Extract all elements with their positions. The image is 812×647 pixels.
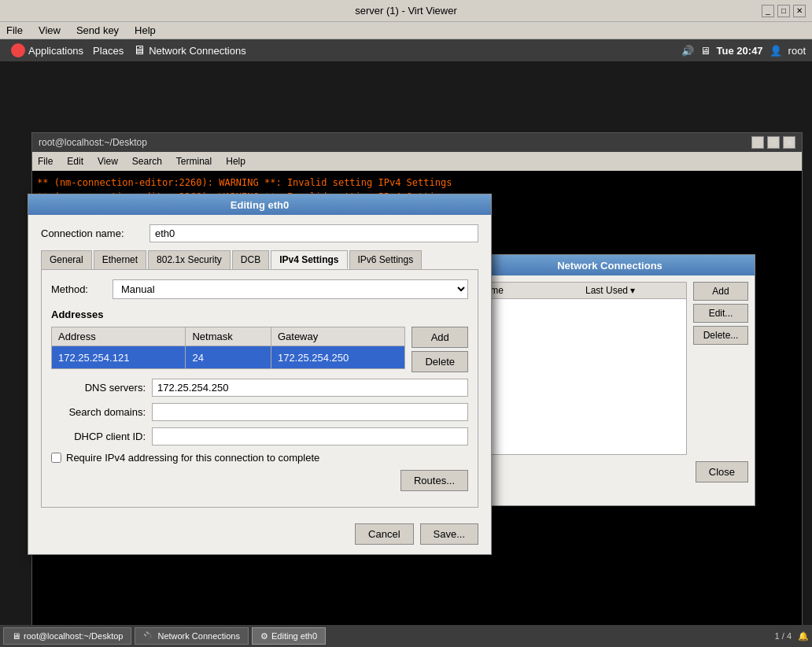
dhcp-label: DHCP client ID: (51, 431, 146, 442)
menu-file[interactable]: File (3, 23, 26, 38)
net-add-button[interactable]: Add (693, 282, 748, 301)
dns-input[interactable] (152, 379, 468, 397)
terminal-maximize[interactable]: □ (767, 136, 780, 149)
network-taskbar-icon: 🔌 (143, 631, 154, 641)
volume-icon[interactable]: 🔊 (681, 45, 694, 57)
app-icon (11, 43, 25, 57)
net-dialog-bottom: Close (471, 461, 748, 482)
terminal-menubar: File Edit View Search Terminal Help (32, 152, 802, 171)
terminal-menu-search[interactable]: Search (130, 155, 164, 168)
network-connections-button[interactable]: 🖥 Network Connections (128, 42, 251, 59)
net-close-button[interactable]: Close (696, 461, 748, 482)
edit-dialog-body: Connection name: General Ethernet 802.1x… (28, 215, 491, 517)
display-icon[interactable]: 🖥 (700, 45, 710, 57)
user-icon: 👤 (770, 45, 782, 57)
require-ipv4-checkbox[interactable] (51, 453, 61, 463)
addr-netmask: 24 (186, 346, 271, 369)
net-edit-button[interactable]: Edit... (693, 304, 748, 323)
dhcp-row: DHCP client ID: (51, 427, 468, 446)
terminal-menu-help[interactable]: Help (223, 155, 248, 168)
terminal-menu-edit[interactable]: Edit (65, 155, 86, 168)
menu-view[interactable]: View (35, 23, 64, 38)
addr-buttons: Add Delete (412, 327, 468, 372)
menu-help[interactable]: Help (131, 23, 159, 38)
terminal-menu-file[interactable]: File (35, 155, 55, 168)
tab-ipv4[interactable]: IPv4 Settings (271, 250, 347, 269)
virt-menubar: File View Send key Help (0, 22, 812, 39)
tab-content: Method: Manual Automatic (DHCP) Link-Loc… (41, 269, 478, 508)
places-label: Places (93, 45, 124, 57)
add-addr-button[interactable]: Add (412, 327, 468, 348)
search-domains-row: Search domains: (51, 403, 468, 421)
page-info: 1 / 4 (775, 631, 792, 641)
username: root (788, 45, 806, 57)
terminal-background: root@localhost:~/Desktop _ □ ✕ File Edit… (0, 61, 812, 647)
method-label: Method: (51, 283, 106, 295)
routes-button[interactable]: Routes... (400, 470, 468, 491)
notification-icon: 🔔 (798, 631, 809, 641)
applications-button[interactable]: Applications (6, 42, 88, 59)
minimize-button[interactable]: _ (762, 5, 774, 17)
tab-ethernet[interactable]: Ethernet (94, 250, 146, 269)
taskbar-netconn[interactable]: 🔌 Network Connections (135, 627, 249, 645)
addr-row-container: Address Netmask Gateway 172.25.254.121 2… (51, 327, 468, 372)
edit-taskbar-icon: ⚙ (260, 631, 268, 641)
conn-name-label: Connection name: (41, 227, 143, 239)
checkbox-row: Require IPv4 addressing for this connect… (51, 452, 468, 464)
col-gateway: Gateway (271, 327, 405, 346)
terminal-minimize[interactable]: _ (751, 136, 764, 149)
search-domains-input[interactable] (152, 403, 468, 421)
terminal-taskbar-icon: 🖥 (12, 631, 20, 641)
menu-sendkey[interactable]: Send key (73, 23, 122, 38)
virt-title: server (1) - Virt Viewer (355, 5, 457, 17)
net-col-last-used: Last Used ▾ (579, 283, 686, 298)
terminal-close[interactable]: ✕ (783, 136, 795, 149)
net-connections-list[interactable]: Name Last Used ▾ (471, 282, 687, 455)
net-connections-titlebar: Network Connections (465, 255, 755, 275)
virt-titlebar: server (1) - Virt Viewer _ □ ✕ (0, 0, 812, 22)
taskbar: 🖥 root@localhost:~/Desktop 🔌 Network Con… (0, 625, 812, 647)
taskbar-netconn-label: Network Connections (157, 631, 240, 641)
gnome-panel: Applications Places 🖥 Network Connection… (0, 39, 812, 61)
taskbar-right: 1 / 4 🔔 (775, 631, 809, 641)
taskbar-editing-label: Editing eth0 (271, 631, 317, 641)
network-connections-dialog: Network Connections Name Last Used ▾ Add… (464, 254, 755, 506)
terminal-menu-terminal[interactable]: Terminal (174, 155, 214, 168)
save-button[interactable]: Save... (420, 523, 478, 545)
net-dialog-cols: Name Last Used ▾ Add Edit... Delete... (471, 282, 748, 455)
conn-name-input[interactable] (149, 224, 478, 242)
method-select[interactable]: Manual Automatic (DHCP) Link-Local Only … (113, 279, 468, 299)
taskbar-terminal[interactable]: 🖥 root@localhost:~/Desktop (3, 627, 131, 645)
close-button[interactable]: ✕ (793, 5, 806, 17)
applications-label: Applications (28, 45, 83, 57)
tab-8021x[interactable]: 802.1x Security (148, 250, 231, 269)
cancel-button[interactable]: Cancel (355, 523, 413, 545)
net-list-header: Name Last Used ▾ (472, 283, 686, 299)
tab-general[interactable]: General (41, 250, 92, 269)
tab-dcb[interactable]: DCB (232, 250, 269, 269)
require-ipv4-label: Require IPv4 addressing for this connect… (66, 452, 319, 464)
clock: Tue 20:47 (717, 45, 763, 57)
routes-row: Routes... (51, 470, 468, 491)
terminal-titlebar: root@localhost:~/Desktop _ □ ✕ (32, 133, 802, 152)
taskbar-editing[interactable]: ⚙ Editing eth0 (252, 627, 326, 645)
places-button[interactable]: Places (88, 43, 128, 58)
edit-titlebar: Editing eth0 (28, 194, 491, 215)
addresses-table: Address Netmask Gateway 172.25.254.121 2… (51, 327, 405, 369)
dhcp-input[interactable] (152, 427, 468, 446)
delete-addr-button[interactable]: Delete (412, 351, 468, 372)
network-connections-label: Network Connections (149, 45, 246, 57)
conn-name-row: Connection name: (41, 224, 478, 242)
terminal-menu-view[interactable]: View (95, 155, 120, 168)
taskbar-terminal-label: root@localhost:~/Desktop (24, 631, 123, 641)
net-delete-button[interactable]: Delete... (693, 326, 748, 345)
net-dialog-buttons: Add Edit... Delete... (693, 282, 748, 455)
net-dialog-content: Name Last Used ▾ Add Edit... Delete... C… (465, 275, 755, 489)
maximize-button[interactable]: □ (777, 5, 790, 17)
address-row[interactable]: 172.25.254.121 24 172.25.254.250 (52, 346, 405, 369)
net-connections-title: Network Connections (557, 260, 663, 272)
addresses-title: Addresses (51, 309, 468, 320)
dns-label: DNS servers: (51, 382, 146, 394)
search-domains-label: Search domains: (51, 406, 146, 418)
tab-ipv6[interactable]: IPv6 Settings (349, 250, 423, 269)
